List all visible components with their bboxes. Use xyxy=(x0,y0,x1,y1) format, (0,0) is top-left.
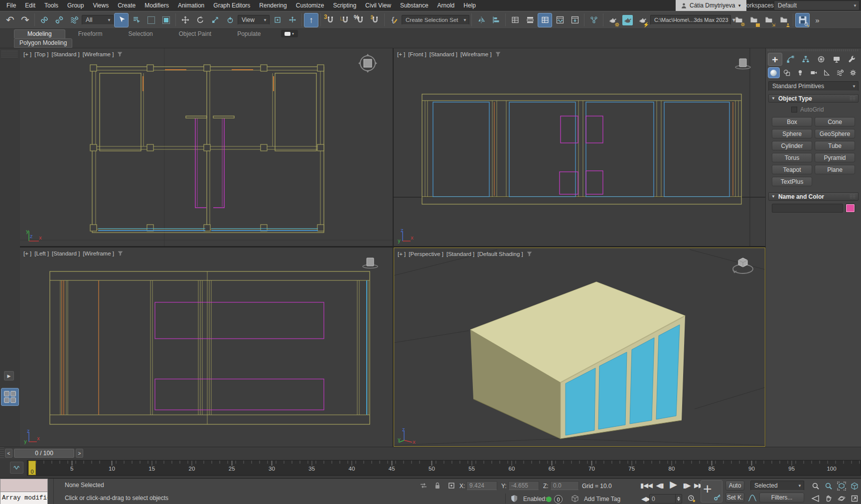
ribbon-tab[interactable]: Populate xyxy=(224,30,274,38)
z-coordinate-field[interactable] xyxy=(550,481,579,490)
viewport-menu-shading[interactable]: [Wireframe ] xyxy=(83,51,114,57)
pan-hand-icon[interactable] xyxy=(823,493,834,504)
viewport-menu-general[interactable]: [+ ] xyxy=(398,251,406,257)
keyboard-shortcut-override-toggle[interactable]: ↑ xyxy=(304,13,318,27)
asset-folder-open-button[interactable] xyxy=(746,13,761,27)
window-crossing-toggle-button[interactable] xyxy=(159,13,173,27)
set-key-button[interactable]: Set K. xyxy=(725,493,744,503)
menu-item[interactable]: Create xyxy=(113,0,140,11)
filter-funnel-icon[interactable] xyxy=(495,51,501,57)
save-autoback-button[interactable] xyxy=(795,13,810,27)
object-name-field[interactable] xyxy=(772,204,843,213)
key-filters-button[interactable]: Filters... xyxy=(759,493,804,503)
tab-create[interactable]: + xyxy=(768,53,782,66)
viewport-layout-tabs-button[interactable] xyxy=(1,388,19,406)
rendered-frame-window-button[interactable] xyxy=(620,13,635,27)
key-filter-curve-icon[interactable] xyxy=(747,493,757,503)
dock-handle[interactable] xyxy=(0,447,4,460)
auto-key-button[interactable]: Auto xyxy=(725,481,744,491)
bind-to-space-warp-button[interactable] xyxy=(67,13,81,27)
selection-lock-toggle[interactable] xyxy=(432,481,442,491)
current-frame-field[interactable] xyxy=(650,496,675,503)
viewcube[interactable] xyxy=(731,255,755,277)
polygon-modeling-panel-button[interactable]: Polygon Modeling xyxy=(14,38,72,48)
select-and-place-button[interactable] xyxy=(223,13,237,27)
category-geometry[interactable] xyxy=(768,67,780,78)
menu-item[interactable]: Views xyxy=(88,0,113,11)
tab-motion[interactable] xyxy=(814,53,829,66)
time-slider-value[interactable]: 0 / 100 xyxy=(14,449,74,458)
primitive-button[interactable]: Torus xyxy=(772,153,812,162)
play-animation-button[interactable]: ▶ xyxy=(667,479,680,489)
viewport-menu-pov[interactable]: [Top ] xyxy=(34,51,48,57)
viewport-front[interactable]: [+ ] [Front ] [Standard ] [Wireframe ] xyxy=(394,48,765,246)
curve-editor-button[interactable] xyxy=(553,13,567,27)
menu-item[interactable]: Edit xyxy=(20,0,40,11)
viewport-menu-general[interactable]: [+ ] xyxy=(397,51,405,57)
x-coordinate-field[interactable] xyxy=(466,481,497,490)
menu-item[interactable]: Arnold xyxy=(433,0,459,11)
maxscript-listener-macro-pane[interactable] xyxy=(0,479,48,492)
tab-modify[interactable] xyxy=(783,53,798,66)
menu-item[interactable]: Scripting xyxy=(328,0,361,11)
primitive-button[interactable]: Sphere xyxy=(772,129,812,138)
autogrid-checkbox[interactable] xyxy=(791,107,797,113)
viewport-menu-shading[interactable]: [Default Shading ] xyxy=(477,251,523,257)
viewport-perspective[interactable]: [+ ] [Perspective ] [Standard ] [Default… xyxy=(394,248,765,447)
ribbon-tab[interactable]: Selection xyxy=(115,30,165,38)
category-systems[interactable] xyxy=(847,67,859,78)
frame-spinner[interactable] xyxy=(675,495,682,503)
primitive-button[interactable]: Cone xyxy=(815,117,855,126)
mirror-button[interactable] xyxy=(474,13,488,27)
zoom-all-icon[interactable] xyxy=(823,481,834,491)
unlink-selection-button[interactable] xyxy=(52,13,66,27)
absolute-offset-mode-toggle[interactable] xyxy=(446,481,456,491)
menu-item[interactable]: Civil View xyxy=(361,0,396,11)
reference-coordinate-system-dropdown[interactable]: View ▼ xyxy=(238,15,270,25)
maximize-viewport-toggle[interactable] xyxy=(849,493,860,504)
filter-funnel-icon[interactable] xyxy=(117,250,124,256)
viewport-menu-general[interactable]: [+ ] xyxy=(23,51,31,57)
snaps-toggle-3d-button[interactable]: 3 xyxy=(323,13,337,27)
object-type-rollout-header[interactable]: ▼ Object Type xyxy=(768,94,859,103)
toggle-layer-explorer-button[interactable] xyxy=(523,13,537,27)
asset-folder-user-button[interactable] xyxy=(776,13,791,27)
toolbar-overflow-button[interactable]: » xyxy=(810,13,825,27)
viewport-menu-renderer[interactable]: [Standard ] xyxy=(430,51,457,57)
time-tag-cube-icon[interactable] xyxy=(570,494,580,504)
previous-frame-button[interactable]: < xyxy=(5,449,12,458)
ribbon-config-dropdown[interactable]: ▾ xyxy=(281,30,298,37)
category-helpers[interactable] xyxy=(821,67,833,78)
orbit-icon[interactable] xyxy=(836,493,847,504)
use-pivot-point-center-button[interactable] xyxy=(270,13,285,27)
spinner-snap-toggle-button[interactable]: ⇕ xyxy=(368,13,382,27)
next-frame-button[interactable]: > xyxy=(76,449,83,458)
redo-button[interactable]: ↷ xyxy=(18,13,32,27)
select-and-link-button[interactable] xyxy=(37,13,51,27)
tab-hierarchy[interactable] xyxy=(799,53,813,66)
filter-funnel-icon[interactable] xyxy=(117,51,123,57)
primitive-button[interactable]: Pyramid xyxy=(815,153,855,162)
viewport-menu-general[interactable]: [+ ] xyxy=(23,251,31,256)
viewport-menu-renderer[interactable]: [Standard ] xyxy=(446,251,474,257)
timeline-ruler[interactable]: 0510152025303540455055606570758085909510… xyxy=(27,460,861,476)
menu-item[interactable]: File xyxy=(2,0,20,11)
viewport-menu-pov[interactable]: [Front ] xyxy=(408,51,426,57)
asset-folder-link-button[interactable]: ⇲ xyxy=(761,13,776,27)
primitive-button[interactable]: Cylinder xyxy=(772,141,812,150)
category-shapes[interactable] xyxy=(781,67,793,78)
render-setup-button[interactable] xyxy=(605,13,620,27)
category-lights[interactable] xyxy=(794,67,806,78)
select-object-button[interactable] xyxy=(114,13,129,27)
next-frame-button[interactable]: ▮▶ xyxy=(681,480,693,490)
select-and-move-button[interactable] xyxy=(178,13,192,27)
ribbon-tab[interactable]: Modeling xyxy=(14,29,65,38)
named-selection-sets-dropdown[interactable]: Create Selection Set ▼ xyxy=(402,15,469,25)
menu-item[interactable]: Tools xyxy=(40,0,63,11)
category-space-warps[interactable] xyxy=(834,67,846,78)
set-keys-button[interactable]: + xyxy=(701,480,722,503)
zoom-icon[interactable] xyxy=(810,481,821,491)
render-production-button[interactable]: ⚡ xyxy=(635,13,650,27)
user-account-button[interactable]: Cátia Dmytriyeva ▼ xyxy=(676,0,746,11)
viewport-menu-pov[interactable]: [Left ] xyxy=(34,251,49,256)
